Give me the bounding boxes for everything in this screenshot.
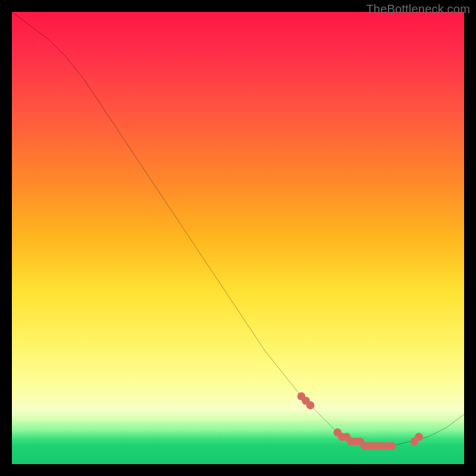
plot-area	[12, 12, 464, 464]
watermark-text: TheBottleneck.com	[366, 2, 470, 16]
marker-dot	[343, 433, 351, 441]
marker-dot	[415, 433, 423, 441]
marker-dot	[352, 437, 360, 446]
marker-dot	[374, 442, 383, 450]
marker-dot	[347, 437, 355, 446]
marker-dot	[365, 442, 374, 450]
marker-dot	[333, 428, 342, 437]
marker-dot	[369, 442, 378, 450]
bottleneck-curve	[12, 12, 464, 446]
curve-layer	[12, 12, 464, 464]
marker-dot	[383, 442, 392, 450]
marker-dot	[338, 433, 346, 441]
marker-dot	[378, 442, 387, 450]
marker-dot	[411, 437, 419, 446]
marker-dot	[388, 442, 396, 450]
marker-dot	[361, 442, 369, 450]
marker-dot	[356, 437, 364, 446]
highlight-points	[298, 392, 423, 450]
chart-frame: TheBottleneck.com	[0, 0, 476, 476]
marker-dot	[306, 401, 315, 409]
marker-dot	[298, 392, 306, 400]
marker-dot	[302, 397, 310, 405]
